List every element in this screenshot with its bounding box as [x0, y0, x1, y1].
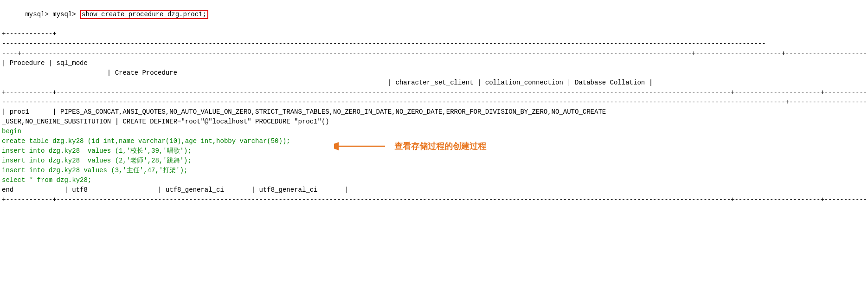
content-block: mysql> mysql> show create procedure dzg.… — [0, 0, 868, 205]
prompt: mysql> mysql> — [25, 11, 80, 18]
proc-insert2: insert into dzg.ky28 values (2,'老师',28,'… — [0, 156, 868, 166]
divider-plus-1: ----+-----------------------------------… — [0, 49, 868, 58]
divider-full-1: +------------+--------------------------… — [0, 88, 868, 97]
header-row-1: | Procedure | sql_mode — [0, 58, 868, 68]
annotation-label: 查看存储过程的创建过程 — [394, 141, 486, 152]
proc-line-2: _USER,NO_ENGINE_SUBSTITUTION | CREATE DE… — [0, 117, 868, 127]
proc-begin: begin — [0, 127, 868, 136]
bottom-divider: +------------+--------------------------… — [0, 195, 868, 205]
divider-1: +------------+ — [0, 29, 868, 39]
divider-long-2: ----------------------------+-----------… — [0, 97, 868, 107]
proc-end-line: end | utf8 | utf8_general_ci | utf8_gene… — [0, 185, 868, 195]
proc-body-container: begin create table dzg.ky28 (id int,name… — [0, 127, 868, 195]
arrow-icon — [334, 137, 390, 155]
command-line: mysql> mysql> show create procedure dzg.… — [0, 0, 868, 29]
proc-line-1: | proc1 | PIPES_AS_CONCAT,ANSI_QUOTES,NO… — [0, 107, 868, 117]
command-highlighted: show create procedure dzg.proc1; — [80, 10, 208, 19]
proc-insert3: insert into dzg.ky28 values (3,'主任',47,'… — [0, 166, 868, 175]
proc-select: select * from dzg.ky28; — [0, 175, 868, 185]
header-row-charset: | character_set_client | collation_conne… — [0, 78, 868, 88]
divider-long-1: ----------------------------------------… — [0, 39, 868, 49]
annotation-container: 查看存储过程的创建过程 — [334, 137, 486, 155]
header-row-create: | Create Procedure — [0, 68, 868, 78]
terminal-window: mysql> mysql> show create procedure dzg.… — [0, 0, 868, 205]
